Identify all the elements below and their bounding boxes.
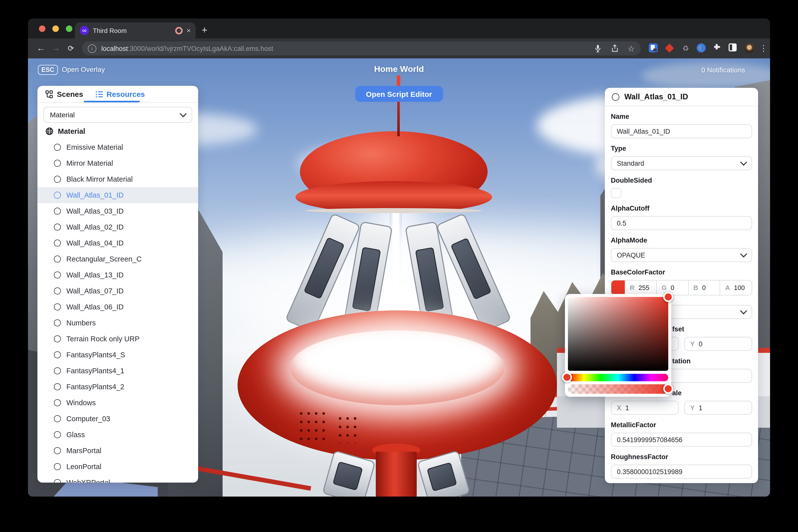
- alpha-cutoff-input[interactable]: [611, 216, 752, 230]
- material-circle-icon: [54, 463, 61, 470]
- list-item[interactable]: Glass: [37, 427, 198, 443]
- alpha-slider[interactable]: [568, 384, 668, 394]
- material-circle-icon: [54, 431, 61, 438]
- list-item[interactable]: Emissive Material: [37, 139, 198, 155]
- list-item[interactable]: FantasyPlants4_2: [37, 379, 198, 395]
- site-info-icon[interactable]: i: [88, 44, 96, 53]
- resources-list-icon: [95, 90, 103, 98]
- scale-x-input[interactable]: X1: [611, 401, 679, 415]
- minimize-window-button[interactable]: [52, 25, 59, 32]
- back-icon[interactable]: ←: [35, 42, 47, 54]
- list-item[interactable]: Wall_Atlas_04_ID: [37, 235, 198, 251]
- side-panel-icon[interactable]: [729, 43, 739, 53]
- material-circle-icon: [54, 479, 61, 482]
- double-sided-checkbox[interactable]: [611, 188, 621, 198]
- browser-tab[interactable]: ∞ Third Room ×: [75, 22, 196, 38]
- material-circle-icon: [54, 208, 61, 214]
- profile-avatar[interactable]: [745, 43, 755, 53]
- list-item-label: Wall_Atlas_01_ID: [66, 191, 124, 199]
- field-double-sided: DoubleSided: [611, 177, 752, 198]
- tab-recording-icon: [175, 27, 183, 34]
- type-select[interactable]: Standard: [611, 156, 752, 170]
- open-script-editor-button[interactable]: Open Script Editor: [355, 86, 443, 102]
- dome-rim: [305, 208, 482, 213]
- list-item[interactable]: Wall_Atlas_03_ID: [37, 203, 198, 219]
- list-item[interactable]: MarsPortal: [37, 443, 198, 459]
- color-b-cell[interactable]: B0: [688, 281, 720, 295]
- alpha-mode-select[interactable]: OPAQUE: [611, 248, 752, 262]
- roughness-input[interactable]: [611, 464, 752, 479]
- extension-docs-lock-icon[interactable]: [649, 43, 659, 53]
- list-item[interactable]: Windows: [37, 395, 198, 411]
- list-item[interactable]: FantasyPlants4_1: [37, 363, 198, 379]
- chevron-down-icon: [180, 110, 187, 117]
- tree-root-material[interactable]: Material: [37, 125, 198, 138]
- list-item[interactable]: FantasyPlants4_S: [37, 347, 198, 363]
- open-overlay-hint[interactable]: ESCOpen Overlay: [38, 65, 105, 75]
- list-item[interactable]: Mirror Material: [37, 155, 198, 171]
- list-item-label: LeonPortal: [66, 463, 101, 471]
- saturation-handle[interactable]: [663, 292, 673, 302]
- tab-close-icon[interactable]: ×: [187, 27, 191, 34]
- field-base-color: BaseColorFactor R255 G0 B0 A100: [611, 268, 752, 296]
- new-tab-button[interactable]: +: [202, 23, 207, 36]
- base-color-rgba-control[interactable]: R255 G0 B0 A100: [611, 280, 752, 296]
- list-item-label: Computer_03: [66, 415, 110, 423]
- color-r-cell[interactable]: R255: [625, 281, 656, 295]
- close-window-button[interactable]: [39, 25, 45, 32]
- hue-handle[interactable]: [562, 372, 572, 382]
- list-item[interactable]: Numbers: [37, 315, 198, 331]
- browser-menu-icon[interactable]: ⋮: [760, 42, 767, 54]
- list-item[interactable]: Rectangular_Screen_C: [37, 251, 198, 267]
- offset-y-value: 0: [699, 340, 702, 347]
- hue-slider[interactable]: [568, 374, 668, 381]
- extensions-puzzle-icon[interactable]: [712, 43, 723, 53]
- mic-icon[interactable]: [594, 44, 602, 52]
- list-item-selected[interactable]: Wall_Atlas_01_ID: [37, 187, 198, 203]
- color-swatch[interactable]: [611, 281, 625, 295]
- open-overlay-label: Open Overlay: [62, 65, 105, 73]
- extension-red-diamond-icon[interactable]: [665, 43, 675, 53]
- tab-scenes[interactable]: Scenes: [45, 90, 83, 98]
- color-a-cell[interactable]: A100: [720, 281, 752, 295]
- metallic-input[interactable]: [611, 433, 752, 446]
- extension-dark-moon-icon[interactable]: ☾: [697, 43, 707, 53]
- scale-y-input[interactable]: Y1: [684, 401, 752, 415]
- y-prefix: Y: [690, 340, 695, 347]
- resource-type-select[interactable]: Material: [43, 107, 192, 123]
- maximize-window-button[interactable]: [66, 25, 72, 32]
- notifications-status[interactable]: 0 Notifications: [701, 66, 745, 74]
- saturation-value-area[interactable]: [568, 297, 668, 371]
- reload-icon[interactable]: ⟳: [65, 42, 77, 54]
- name-input[interactable]: [611, 124, 752, 138]
- list-item-label: Numbers: [66, 319, 96, 327]
- list-item[interactable]: LeonPortal: [37, 459, 198, 475]
- list-item-label: Emissive Material: [66, 143, 123, 151]
- list-item-label: Rectangular_Screen_C: [66, 255, 141, 263]
- list-item[interactable]: Wall_Atlas_02_ID: [37, 219, 198, 235]
- extension-recycle-icon[interactable]: ♻: [681, 43, 691, 53]
- list-item[interactable]: Wall_Atlas_07_ID: [37, 283, 198, 299]
- list-item[interactable]: WebXRPortal: [37, 475, 198, 482]
- list-item[interactable]: Wall_Atlas_06_ID: [37, 299, 198, 315]
- bookmark-star-icon[interactable]: ☆: [628, 44, 635, 53]
- chevron-down-icon: [740, 159, 747, 166]
- share-icon[interactable]: [611, 44, 619, 52]
- material-circle-icon: [54, 335, 61, 342]
- address-bar[interactable]: i localhost:3000/world/!vjrzmTVOcyIsLgaA…: [82, 41, 641, 55]
- offset-y-input[interactable]: Y0: [684, 337, 752, 351]
- color-g-cell[interactable]: G0: [656, 281, 688, 295]
- list-item[interactable]: Wall_Atlas_13_ID: [37, 267, 198, 283]
- list-item[interactable]: Computer_03: [37, 411, 198, 427]
- alpha-handle[interactable]: [663, 384, 673, 394]
- tab-resources[interactable]: Resources: [95, 90, 145, 98]
- url-text: localhost:3000/world/!vjrzmTVOcyIsLgaAkA…: [101, 45, 273, 52]
- g-label: G: [662, 284, 667, 291]
- b-label: B: [694, 284, 698, 291]
- list-item-label: Wall_Atlas_04_ID: [66, 239, 124, 247]
- red-torus-ring: [238, 310, 557, 460]
- forward-icon[interactable]: →: [50, 42, 62, 54]
- list-item[interactable]: Black Mirror Material: [37, 171, 198, 187]
- list-item[interactable]: Terrain Rock only URP: [37, 331, 198, 347]
- material-circle-icon: [612, 93, 619, 100]
